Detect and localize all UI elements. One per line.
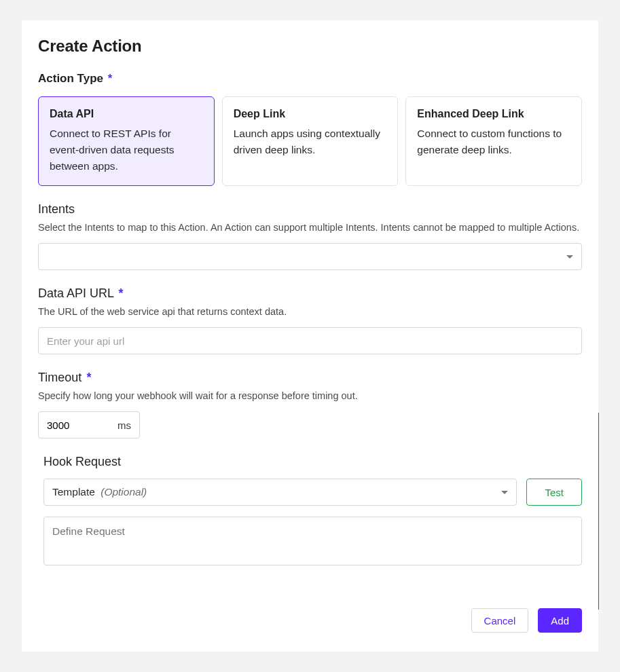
intents-help: Select the Intents to map to this Action… [38, 221, 582, 235]
dialog-footer: Cancel Add [471, 608, 582, 633]
cancel-button[interactable]: Cancel [471, 608, 529, 633]
template-optional-text: (Optional) [101, 486, 147, 498]
side-accent [598, 413, 599, 610]
request-body-input[interactable] [43, 517, 582, 565]
card-title: Deep Link [234, 108, 387, 120]
hook-request-label: Hook Request [43, 455, 582, 469]
card-desc: Launch apps using contextually driven de… [234, 126, 387, 158]
timeout-section: Timeout * Specify how long your webhook … [38, 371, 582, 438]
action-type-label: Action Type * [38, 72, 582, 86]
action-type-card-data-api[interactable]: Data API Connect to REST APIs for event-… [38, 96, 215, 186]
api-url-section: Data API URL * The URL of the web servic… [38, 286, 582, 354]
template-label-text: Template [52, 486, 95, 498]
chevron-down-icon [501, 491, 508, 494]
card-title: Enhanced Deep Link [417, 108, 570, 120]
template-select[interactable]: Template (Optional) [43, 479, 517, 506]
action-type-label-text: Action Type [38, 72, 103, 85]
add-button[interactable]: Add [538, 608, 582, 633]
card-desc: Connect to REST APIs for event-driven da… [50, 126, 203, 174]
timeout-input[interactable] [47, 419, 94, 431]
card-desc: Connect to custom functions to generate … [417, 126, 570, 158]
action-type-card-enhanced-deep-link[interactable]: Enhanced Deep Link Connect to custom fun… [405, 96, 582, 186]
action-type-card-deep-link[interactable]: Deep Link Launch apps using contextually… [222, 96, 399, 186]
timeout-unit: ms [117, 419, 131, 431]
api-url-input[interactable] [38, 327, 582, 354]
intents-label: Intents [38, 202, 582, 217]
timeout-input-wrap: ms [38, 411, 140, 438]
card-title: Data API [50, 108, 203, 120]
intents-section: Intents Select the Intents to map to thi… [38, 202, 582, 270]
timeout-label: Timeout * [38, 371, 582, 385]
api-url-label: Data API URL * [38, 286, 582, 301]
template-placeholder: Template (Optional) [52, 486, 147, 498]
api-url-help: The URL of the web service api that retu… [38, 305, 582, 319]
required-marker: * [108, 72, 113, 85]
page-title: Create Action [38, 37, 582, 56]
intents-select[interactable] [38, 243, 582, 270]
test-button[interactable]: Test [526, 479, 582, 506]
api-url-label-text: Data API URL [38, 286, 113, 300]
chevron-down-icon [566, 255, 573, 259]
required-marker: * [86, 371, 91, 384]
action-type-cards: Data API Connect to REST APIs for event-… [38, 96, 582, 186]
required-marker: * [118, 286, 123, 300]
create-action-panel: Create Action Action Type * Data API Con… [22, 20, 598, 652]
timeout-label-text: Timeout [38, 371, 81, 384]
timeout-help: Specify how long your webhook will wait … [38, 389, 582, 403]
hook-request-section: Hook Request Template (Optional) Test [38, 455, 582, 568]
